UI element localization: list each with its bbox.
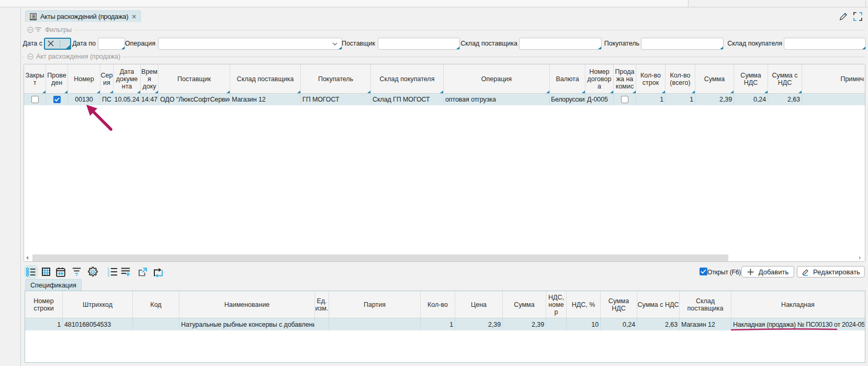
svg-text:3: 3 — [107, 273, 109, 276]
